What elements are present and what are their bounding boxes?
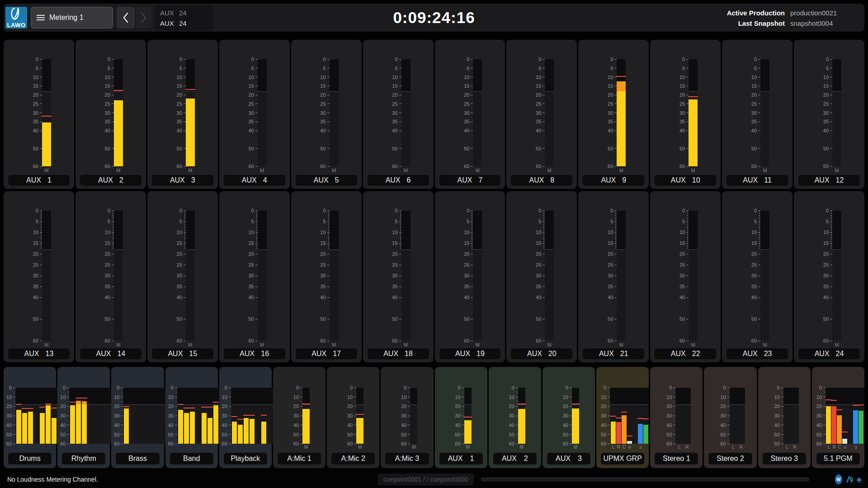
channel-meter-card[interactable]: 05101520253035405060MAUX13: [4, 191, 74, 362]
channel-meter-card[interactable]: 05101520253035405060MAUX2: [75, 40, 146, 189]
scale-tick-label: 25: [679, 262, 685, 267]
group-meter-card[interactable]: 0102030405060MAUX 1: [435, 367, 487, 468]
group-meter-card[interactable]: 0102030405060Drums: [4, 367, 56, 468]
scale-tick: 0: [36, 56, 42, 62]
scale-tick-label: 5: [610, 66, 613, 71]
group-meter-card[interactable]: 0102030405060MAUX 3: [542, 367, 595, 468]
group-meter-card[interactable]: 0102030405060MAUX 2: [489, 367, 541, 468]
over-reference-zone: [330, 211, 339, 249]
scale-tick-label: 50: [720, 432, 726, 437]
app-icon-w[interactable]: W: [835, 474, 842, 484]
channel-meter-card[interactable]: 05101520253035405060MAUX9: [578, 40, 649, 189]
channel-meter-card[interactable]: 05101520253035405060MAUX14: [75, 191, 146, 362]
channel-meter-card[interactable]: 05101520253035405060MAUX5: [291, 40, 362, 189]
channel-meter-card[interactable]: 05101520253035405060MAUX3: [147, 40, 218, 189]
scale-tick-label: 15: [751, 83, 757, 89]
meter-page-indicator[interactable]: AUX 24 AUX 24: [155, 6, 213, 30]
channel-meter-card[interactable]: 05101520253035405060MAUX23: [722, 191, 793, 362]
group-label: Stereo 1: [655, 453, 698, 465]
scale-tick: 30: [608, 273, 617, 278]
group-meter-card[interactable]: 0102030405060LRStereo 1: [650, 367, 703, 468]
channel-meter-card[interactable]: 05101520253035405060MAUX18: [363, 191, 434, 362]
channel-meter-card[interactable]: 05101520253035405060MAUX7: [435, 40, 505, 189]
channel-letter-row: M: [572, 445, 579, 450]
channel-meter-card[interactable]: 05101520253035405060MAUX19: [435, 191, 505, 362]
channel-meter-card[interactable]: 05101520253035405060MAUX4: [219, 40, 290, 189]
group-meter-card[interactable]: 0102030405060MA:Mic 1: [273, 367, 326, 468]
cuepoint-display[interactable]: cuepoint0001 / / cuepoint0000: [378, 474, 474, 485]
scale-tick-label: 0: [36, 56, 38, 62]
group-meter-card[interactable]: 0102030405060MA:Mic 2: [327, 367, 379, 468]
scale-tick: 60: [608, 164, 617, 169]
channel-meter-card[interactable]: 05101520253035405060MAUX17: [291, 191, 362, 362]
previous-page-button[interactable]: [117, 7, 135, 28]
channel-meter-card[interactable]: 05101520253035405060MAUX24: [794, 191, 864, 362]
view-selector-button[interactable]: Metering 1: [31, 7, 113, 28]
channel-meter-card[interactable]: 05101520253035405060MAUX21: [578, 191, 649, 362]
scale-tick: 30: [177, 110, 186, 116]
channel-meter-card[interactable]: 05101520253035405060MAUX11: [722, 40, 793, 189]
meter-page-row[interactable]: AUX 24: [155, 8, 213, 18]
next-page-button[interactable]: [136, 7, 151, 28]
meter-page-row-current[interactable]: AUX 24: [155, 18, 213, 28]
meter-assembly: 05101520253035405060M: [601, 211, 626, 341]
scale-tick-label: 0: [323, 56, 326, 62]
channel-meter-card[interactable]: 05101520253035405060MAUX20: [506, 191, 577, 362]
meter-bar: [572, 408, 579, 444]
scale-tick-label: 10: [823, 230, 829, 235]
scale-fine-dots: [184, 211, 185, 249]
channel-meter-card[interactable]: 05101520253035405060MAUX10: [650, 40, 721, 189]
channel-label-text: AUX: [671, 176, 686, 184]
channel-meter-card[interactable]: 05101520253035405060MAUX22: [650, 191, 721, 362]
group-meter-card[interactable]: 0102030405060MA:Mic 3: [381, 367, 433, 468]
group-label: Playback: [224, 453, 267, 465]
channel-meter-card[interactable]: 05101520253035405060MAUX16: [219, 191, 290, 362]
channel-letter: [632, 445, 638, 450]
group-meter-card[interactable]: 0102030405060Playback: [219, 367, 272, 468]
peak-hold-marker: [42, 116, 52, 117]
meter-track: M: [832, 211, 841, 341]
timeline-slider[interactable]: [481, 478, 809, 482]
group-meter-card[interactable]: 0102030405060LRCes5.1 PGM: [812, 367, 864, 468]
channel-letter: M: [304, 445, 308, 450]
scale-tick: 30: [105, 110, 114, 116]
group-meter-card[interactable]: 0102030405060Brass: [111, 367, 164, 468]
channel-meter-card[interactable]: 05101520253035405060MAUX6: [363, 40, 434, 189]
channel-meter-card[interactable]: 05101520253035405060MAUX15: [147, 191, 218, 362]
meter-bar: [76, 404, 81, 444]
meter-assembly: 05101520253035405060M: [170, 211, 195, 341]
scale-tick: 15: [464, 83, 473, 89]
meter-track: M: [545, 59, 554, 166]
meter-scale: 05101520253035405060: [458, 59, 473, 166]
scale-tick: 50: [608, 146, 617, 151]
channel-meter-card[interactable]: 05101520253035405060MAUX1: [4, 40, 74, 189]
scale-tick-label: 5: [36, 219, 38, 224]
group-meter-card[interactable]: 0102030405060Rhythm: [57, 367, 110, 468]
scale-tick: 35: [464, 284, 473, 289]
scale-tick-label: 5: [682, 66, 685, 71]
group-meter-card[interactable]: 0102030405060LRCesUPMX GRP: [596, 367, 649, 468]
scale-tick: 10: [720, 394, 729, 400]
group-meter-card[interactable]: 0102030405060LRStereo 2: [704, 367, 756, 468]
mono-indicator: M: [832, 168, 841, 173]
channel-meter-card[interactable]: 05101520253035405060MAUX12: [794, 40, 864, 189]
peak-hold-marker: [39, 407, 45, 408]
meter-track: M: [545, 211, 554, 341]
app-icon-a1[interactable]: Λ1: [846, 474, 853, 484]
channel-meter-card[interactable]: 05101520253035405060MAUX8: [506, 40, 577, 189]
scale-tick-label: 0: [610, 56, 613, 62]
group-meter-card[interactable]: 0102030405060Band: [165, 367, 218, 468]
scale-tick: 50: [60, 432, 69, 437]
scale-tick-label: 0: [538, 208, 541, 213]
meter-scale: 05101520253035405060: [817, 59, 832, 166]
scale-tick-label: 60: [464, 338, 469, 343]
scale-tick: 60: [601, 441, 610, 446]
scale-tick: 50: [401, 432, 410, 437]
app-icon-spade[interactable]: ♠: [857, 474, 862, 484]
meter-assembly: 05101520253035405060M: [314, 59, 339, 166]
scale-tick: 20: [105, 92, 114, 98]
scale-tick: 10: [105, 75, 114, 80]
group-meter-card[interactable]: 0102030405060LRStereo 3: [758, 367, 811, 468]
scale-tick: 5: [826, 66, 832, 71]
meter-bar: [232, 422, 237, 444]
